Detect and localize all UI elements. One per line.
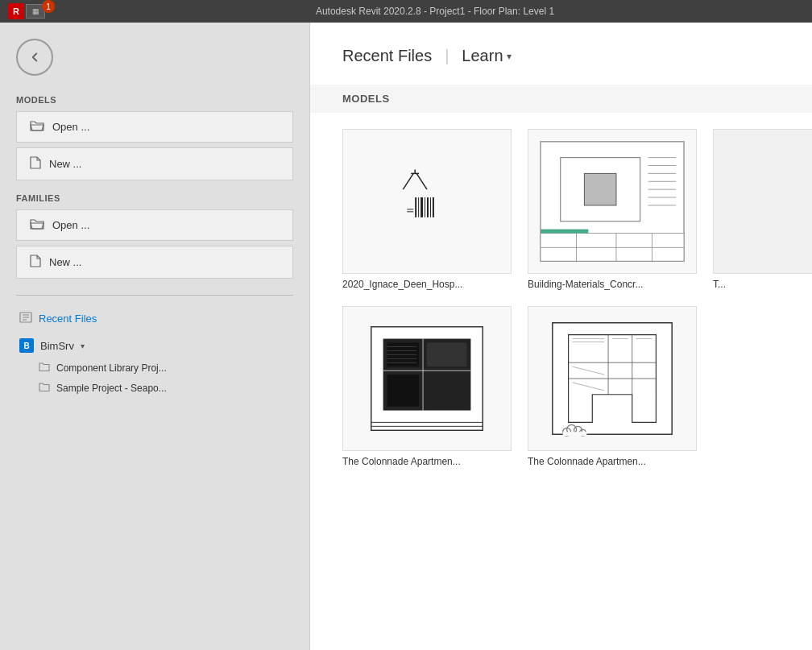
file-folder-icon-1: [39, 382, 50, 394]
content-header: Recent Files | Learn ▾: [342, 47, 780, 65]
folder-svg-1: [39, 382, 50, 391]
title-bar: R ▦ 1 Autodesk Revit 2020.2.8 - Project1…: [0, 0, 812, 23]
new-doc-svg2: [30, 255, 41, 267]
revit-logo-icon: R: [8, 3, 24, 19]
svg-rect-21: [584, 173, 616, 205]
recent-files-nav[interactable]: Recent Files: [16, 307, 293, 330]
bimsrv-logo: B: [19, 338, 34, 353]
tab-recent-files[interactable]: Recent Files: [342, 47, 432, 65]
svg-rect-35: [714, 130, 812, 273]
svg-rect-69: [563, 432, 587, 436]
window-title: Autodesk Revit 2020.2.8 - Project1 - Flo…: [66, 6, 804, 17]
file-item-1[interactable]: Sample Project - Seapo...: [16, 378, 293, 398]
svg-rect-12: [425, 197, 425, 217]
svg-rect-42: [427, 343, 466, 367]
thumb-svg-1: [528, 130, 696, 273]
thumbnail-image-3: [342, 306, 512, 451]
thumbnail-label-1: Building-Materials_Concr...: [528, 279, 697, 290]
families-open-label: Open ...: [52, 219, 89, 231]
thumb-svg-2: [714, 130, 812, 273]
models-open-button[interactable]: Open ...: [16, 111, 293, 143]
thumbnail-card-2[interactable]: T...: [713, 129, 812, 290]
models-new-label: New ...: [49, 158, 81, 170]
svg-rect-44: [427, 375, 466, 407]
thumb-svg-4: [528, 307, 696, 450]
bimsrv-label: BimSrv: [40, 340, 74, 352]
models-section-title: MODELS: [310, 85, 812, 113]
recent-icon-svg: [19, 312, 32, 323]
folder-open-svg: [30, 120, 44, 131]
nav-section: Recent Files: [16, 307, 293, 330]
file-folder-icon-0: [39, 362, 50, 374]
thumbnail-card-4[interactable]: The Colonnade Apartmen...: [528, 306, 697, 467]
thumbnail-image-4: [528, 306, 697, 451]
file-item-0[interactable]: Component Library Proj...: [16, 358, 293, 378]
models-new-button[interactable]: New ...: [16, 147, 293, 180]
svg-rect-34: [541, 230, 588, 234]
new-file-icon: [30, 156, 41, 172]
thumbnail-image-0: [342, 129, 512, 274]
svg-rect-13: [427, 197, 429, 217]
tab-learn[interactable]: Learn ▾: [462, 47, 511, 65]
thumbnail-label-3: The Colonnade Apartmen...: [342, 456, 512, 467]
sidebar: MODELS Open ... New ... FAMILIES: [0, 23, 310, 650]
thumb-svg-3: [343, 307, 511, 450]
families-new-label: New ...: [49, 256, 81, 268]
thumbnail-image-2: [713, 129, 812, 274]
families-section-label: FAMILIES: [16, 193, 293, 203]
thumbnail-label-4: The Colonnade Apartmen...: [528, 456, 697, 467]
svg-rect-15: [433, 197, 434, 217]
recent-files-icon: [19, 312, 32, 325]
bimsrv-section[interactable]: B BimSrv ▾: [16, 333, 293, 358]
thumbnail-card-1[interactable]: Building-Materials_Concr...: [528, 129, 697, 290]
sidebar-divider: [16, 295, 293, 296]
new-doc-svg: [30, 156, 41, 169]
back-button[interactable]: [16, 39, 53, 76]
thumbnail-image-1: [528, 129, 697, 274]
folder-open-svg2: [30, 218, 44, 230]
families-open-button[interactable]: Open ...: [16, 209, 293, 241]
back-icon: [27, 50, 42, 64]
svg-rect-11: [420, 197, 423, 217]
learn-chevron-icon: ▾: [507, 51, 512, 62]
models-section-label: MODELS: [16, 95, 293, 105]
main-layout: MODELS Open ... New ... FAMILIES: [0, 23, 812, 650]
notification-badge: 1: [42, 0, 55, 13]
content-area: Recent Files | Learn ▾ MODELS: [310, 23, 812, 650]
thumbnail-label-2: T...: [713, 279, 812, 290]
tab-separator: |: [445, 47, 449, 65]
bimsrv-dropdown-icon: ▾: [81, 342, 85, 350]
families-new-button[interactable]: New ...: [16, 246, 293, 279]
svg-rect-14: [430, 197, 431, 217]
file-item-label-1: Sample Project - Seapo...: [56, 383, 167, 394]
thumbnail-card-3[interactable]: The Colonnade Apartmen...: [342, 306, 512, 467]
recent-files-label: Recent Files: [39, 313, 97, 325]
svg-rect-29: [541, 234, 684, 262]
file-item-label-0: Component Library Proj...: [56, 362, 167, 374]
svg-rect-9: [415, 197, 416, 217]
families-new-file-icon: [30, 255, 41, 270]
thumbnail-label-0: 2020_Ignace_Deen_Hosp...: [342, 279, 512, 290]
thumb-svg-0: [343, 130, 511, 273]
folder-svg-0: [39, 362, 50, 371]
thumbnails-grid: 2020_Ignace_Deen_Hosp...: [342, 129, 780, 467]
svg-rect-43: [387, 375, 420, 407]
models-open-label: Open ...: [52, 121, 89, 133]
svg-rect-10: [418, 197, 419, 217]
open-folder-icon: [30, 120, 44, 134]
learn-label: Learn: [462, 47, 503, 65]
app-logo: R ▦ 1: [8, 3, 60, 19]
thumbnail-card-0[interactable]: 2020_Ignace_Deen_Hosp...: [342, 129, 512, 290]
families-open-folder-icon: [30, 218, 44, 232]
